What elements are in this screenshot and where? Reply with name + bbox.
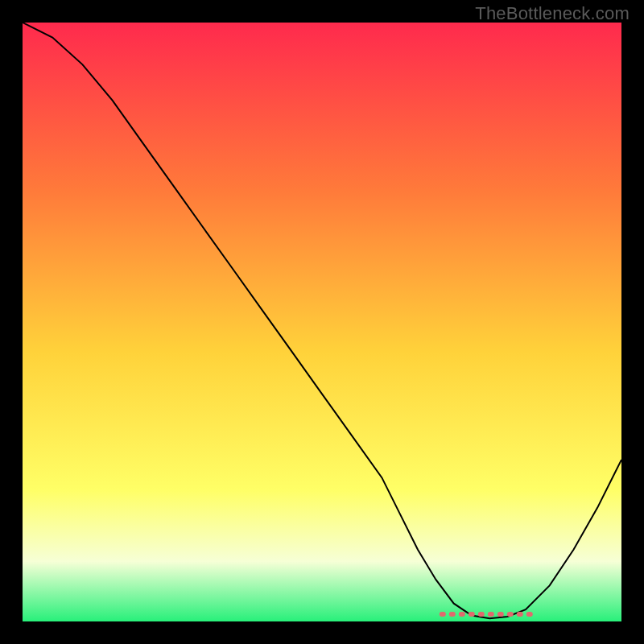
watermark-text: TheBottleneck.com	[475, 3, 630, 24]
gradient-background	[23, 23, 621, 621]
chart-svg	[23, 23, 621, 621]
plot-area	[23, 23, 621, 621]
chart-frame: TheBottleneck.com	[0, 0, 644, 644]
